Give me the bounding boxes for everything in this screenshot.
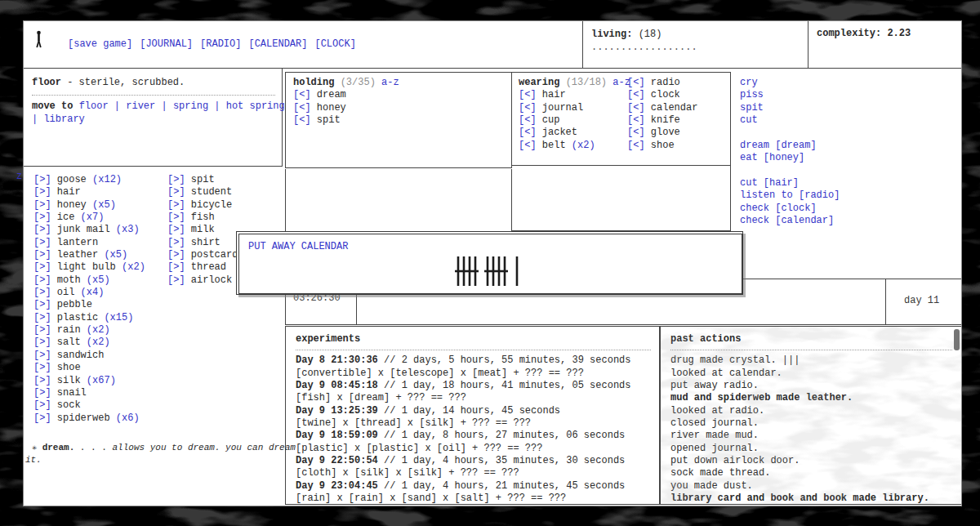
put-down-button[interactable]: [<]	[519, 89, 537, 100]
put-down-button[interactable]: [<]	[293, 89, 311, 100]
put-down-button[interactable]: [<]	[519, 114, 537, 126]
move-link-floor[interactable]: floor	[79, 100, 109, 112]
past-actions-title: past actions	[670, 333, 961, 345]
take-button[interactable]: [>]	[33, 237, 51, 248]
take-button[interactable]: [>]	[33, 337, 51, 348]
wearing-count: (13/18)	[566, 77, 607, 88]
action-cut[interactable]: cut	[740, 114, 758, 126]
take-button[interactable]: [>]	[167, 261, 185, 273]
put-down-button[interactable]: [<]	[293, 102, 311, 114]
take-button[interactable]: [>]	[167, 237, 185, 248]
item-label: fish	[185, 212, 215, 223]
take-button[interactable]: [>]	[33, 186, 51, 198]
move-link-river[interactable]: river	[126, 100, 155, 112]
toolbar-button-calendar[interactable]: [CALENDAR]	[248, 38, 307, 50]
item-count: (x15)	[98, 312, 133, 323]
experiment-formula: [convertible] x [telescope] x [meat] + ?…	[296, 368, 659, 380]
put-down-button[interactable]: [<]	[627, 77, 645, 88]
take-button[interactable]: [>]	[33, 224, 51, 235]
experiment-formula: [cloth] x [silk] x [silk] + ??? == ???	[296, 467, 659, 479]
action-check-clock[interactable]: check [clock]	[740, 203, 817, 214]
item-row-bicycle: [>] bicycle	[167, 199, 261, 212]
put-down-button[interactable]: [<]	[627, 89, 645, 100]
take-button[interactable]: [>]	[33, 212, 51, 223]
move-to-label: move to	[32, 100, 73, 112]
experiment-day: Day 8 21:30:36	[296, 354, 378, 366]
take-button[interactable]: [>]	[167, 186, 185, 198]
action-group: cut [hair]listen to [radio]check [clock]…	[740, 177, 840, 227]
toolbar-button-journal[interactable]: [JOURNAL]	[140, 38, 193, 50]
put-down-button[interactable]: [<]	[519, 102, 537, 114]
item-row-student: [>] student	[167, 186, 261, 198]
move-link-spring[interactable]: spring	[173, 100, 208, 112]
take-button[interactable]: [>]	[33, 174, 51, 185]
action-dream-dream[interactable]: dream [dream]	[740, 140, 817, 151]
take-button[interactable]: [>]	[33, 249, 51, 261]
action-piss[interactable]: piss	[740, 89, 764, 100]
take-button[interactable]: [>]	[33, 375, 51, 386]
toolbar-button-clock[interactable]: [CLOCK]	[314, 38, 355, 50]
toolbar-button-save-game[interactable]: [save game]	[68, 38, 132, 50]
take-button[interactable]: [>]	[33, 412, 51, 424]
toolbar-button-radio[interactable]: [RADIO]	[200, 38, 241, 50]
experiment-formula: [twine] x [thread] x [silk] + ??? == ???	[296, 417, 659, 430]
action-cry[interactable]: cry	[740, 77, 758, 88]
action-check-calendar[interactable]: check [calendar]	[740, 215, 834, 226]
put-down-button[interactable]: [<]	[627, 127, 645, 138]
scrollbar-thumb[interactable]	[954, 329, 960, 350]
take-button[interactable]: [>]	[33, 312, 51, 323]
actions-list: crypissspitcutdream [dream]eat [honey]cu…	[740, 77, 840, 227]
take-button[interactable]: [>]	[33, 287, 51, 298]
item-label: jacket	[537, 127, 577, 138]
action-spit[interactable]: spit	[740, 102, 764, 114]
past-action-line: mud and spiderweb made leather.	[670, 392, 961, 404]
take-button[interactable]: [>]	[167, 224, 185, 235]
action-group: dream [dream]eat [honey]	[740, 140, 840, 165]
take-button[interactable]: [>]	[33, 274, 51, 286]
item-label: moth	[51, 274, 81, 286]
holding-sort-button[interactable]: a-z	[381, 77, 399, 88]
put-down-button[interactable]: [<]	[519, 140, 537, 151]
put-down-button[interactable]: [<]	[627, 102, 645, 114]
item-label: hair	[537, 89, 566, 100]
take-button[interactable]: [>]	[33, 350, 51, 361]
item-label: hair	[51, 186, 81, 198]
put-down-button[interactable]: [<]	[627, 140, 645, 151]
item-label: spit	[185, 174, 215, 185]
put-down-button[interactable]: [<]	[519, 127, 537, 138]
item-row-dream: [<] dream	[293, 89, 511, 101]
take-button[interactable]: [>]	[33, 199, 51, 211]
item-label: spit	[311, 114, 341, 126]
item-row-spiderweb: [>] spiderweb (x6)	[33, 412, 145, 425]
item-row-hair: [<] hair	[519, 89, 630, 101]
take-button[interactable]: [>]	[167, 249, 185, 261]
action-eat-honey[interactable]: eat [honey]	[740, 152, 804, 163]
action-listen-to-radio[interactable]: listen to [radio]	[740, 189, 840, 201]
action-cut-hair[interactable]: cut [hair]	[740, 177, 799, 189]
take-button[interactable]: [>]	[167, 212, 185, 223]
take-button[interactable]: [>]	[167, 174, 185, 185]
take-button[interactable]: [>]	[33, 261, 51, 273]
item-count: (x2)	[116, 261, 145, 273]
take-button[interactable]: [>]	[33, 299, 51, 310]
take-button[interactable]: [>]	[167, 199, 185, 211]
put-down-button[interactable]: [<]	[627, 114, 645, 126]
take-button[interactable]: [>]	[167, 274, 185, 286]
empty-box-wearing-column	[511, 166, 731, 231]
move-link-library[interactable]: library	[43, 114, 84, 125]
take-button[interactable]: [>]	[33, 399, 51, 411]
complexity-box: complexity: 2.23	[808, 21, 961, 69]
experiment-timestamp: Day 9 08:45:18 // 1 day, 18 hours, 41 mi…	[296, 380, 659, 392]
item-label: glove	[645, 127, 680, 138]
item-row-honey: [>] honey (x5)	[33, 199, 145, 212]
wearing-panel: wearing (13/18) a-z [<] hair[<] journal[…	[511, 72, 731, 166]
move-link-hot-spring[interactable]: hot spring	[226, 100, 285, 112]
pipe-separator: |	[32, 114, 43, 125]
put-down-button[interactable]: [<]	[293, 114, 311, 126]
day-cell: day 11	[885, 279, 961, 325]
holding-panel: holding (3/35) a-z [<] dream[<] honey[<]…	[285, 72, 512, 168]
take-button[interactable]: [>]	[33, 387, 51, 399]
item-tooltip: ✳ dream. . . . allows you to dream. you …	[25, 442, 295, 466]
take-button[interactable]: [>]	[33, 362, 51, 373]
take-button[interactable]: [>]	[33, 324, 51, 336]
